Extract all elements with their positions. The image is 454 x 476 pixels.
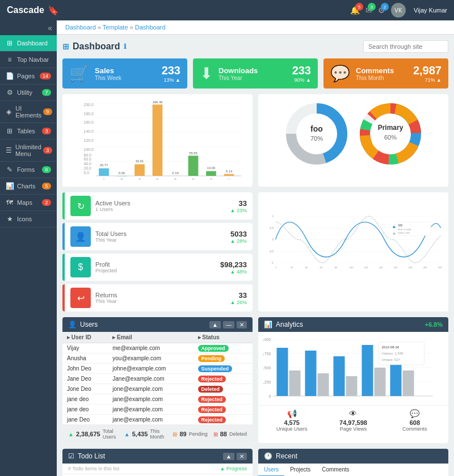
unique-users-lbl: Unique Users [263, 426, 321, 432]
sidebar-badge-unlimited: 3 [43, 147, 52, 154]
page-views-lbl: Page Views [324, 426, 382, 432]
downloads-change: 90% ▲ [292, 77, 311, 83]
svg-text:0: 0 [276, 267, 278, 269]
breadcrumb-current: Dashboard [135, 24, 166, 31]
sidebar-badge-ui: 9 [43, 108, 52, 115]
svg-text:B: B [120, 178, 123, 179]
downloads-title: Downloads [218, 66, 287, 75]
notification-icon[interactable]: 🔔 5 [350, 6, 360, 15]
svg-text:5.14: 5.14 [226, 170, 233, 173]
user-email-cell: Jane@example.com [108, 374, 193, 384]
sidebar-item-ui[interactable]: ◈UI Elements 9 [0, 101, 57, 123]
sidebar-item-maps[interactable]: 🗺Maps 2 [0, 195, 57, 211]
settings-icon[interactable]: ⚙ 2 [378, 6, 385, 15]
svg-text:F: F [192, 178, 194, 179]
analytics-body: 5,000 3,750 2,500 1,250 0 [258, 332, 448, 405]
svg-text:A: A [103, 178, 106, 179]
svg-text:180.0: 180.0 [84, 112, 94, 116]
recent-tab-users[interactable]: Users [258, 464, 284, 476]
sidebar-badge-maps: 2 [42, 199, 51, 206]
sidebar-item-unlimited[interactable]: ☰Unlimited Menu 3 [0, 140, 57, 162]
user-email-cell: johne@example.com [108, 364, 193, 374]
sidebar-item-pages[interactable]: 📄Pages 14 [0, 68, 57, 85]
analytics-change: +6.8% [425, 321, 443, 328]
mail-badge: 3 [368, 3, 376, 11]
returns-icon: ↩ [70, 288, 91, 308]
sidebar-item-topnav[interactable]: ≡Top Navbar [0, 52, 57, 68]
recent-tab-projects[interactable]: Projects [284, 464, 316, 476]
analytics-comments-lbl: Comments [386, 426, 444, 432]
user-id-cell: jane deo [62, 394, 108, 405]
donut-charts-box: foo 70% Primar [258, 94, 448, 187]
comments-info: Comments This Month [356, 66, 407, 81]
recent-title: 🕐 Recent [264, 452, 297, 460]
breadcrumb-dashboard[interactable]: Dashboard [65, 24, 96, 31]
analytics-stat-unique: 📢 4,575 Unique Users [263, 409, 321, 432]
analytics-stat-comments: 💬 608 Comments [386, 409, 444, 432]
svg-text:60%: 60% [384, 134, 396, 141]
sidebar-badge-tables: 3 [42, 128, 51, 134]
table-row: Vijay me@example.com Approved [62, 343, 253, 353]
mail-icon[interactable]: ✉ 3 [365, 6, 372, 15]
svg-text:0: 0 [269, 394, 271, 398]
page-title-row: ⊞ Dashboard ℹ [62, 40, 448, 53]
sidebar-label-charts: Charts [17, 183, 35, 189]
comments-right: 2,987 71% ▲ [413, 64, 442, 83]
main-layout: « ⊞Dashboard ≡Top Navbar 📄Pages 14 ⚙Util… [0, 20, 454, 476]
returns-info: Returns This Year [95, 292, 226, 304]
analytics-stat-pageviews: 👁 74,97,598 Page Views [324, 409, 382, 432]
svg-text:160: 160 [394, 267, 398, 269]
content-area: ⊞ Dashboard ℹ 🛒 Sales This Week [57, 35, 454, 476]
profit-info: Profit Projected [95, 261, 216, 273]
donut-charts: foo 70% Primar [264, 100, 443, 170]
avatar[interactable]: VK [391, 3, 406, 18]
svg-text:Unique: 527: Unique: 527 [382, 358, 401, 361]
stat-card-sales: 🛒 Sales This Week 233 13% ▲ [62, 58, 187, 89]
svg-rect-38 [224, 174, 234, 176]
brand-logo[interactable]: Cascade 🔖 [7, 5, 59, 16]
todo-close-btn[interactable]: ✕ [237, 453, 247, 460]
info-icon[interactable]: ℹ [124, 43, 127, 50]
sidebar-item-icons[interactable]: ★Icons [0, 211, 57, 228]
users-up-btn[interactable]: ▲ [209, 321, 221, 328]
brand-text: Cascade [7, 5, 44, 15]
table-row: Jane Deo Jane@example.com Rejected [62, 374, 253, 384]
svg-text:D: D [156, 178, 159, 179]
downloads-icon: ⬇ [200, 64, 213, 83]
user-status-cell: Deleted [194, 384, 253, 394]
user-id-cell: Anusha [62, 353, 108, 364]
svg-text:Primary: Primary [377, 124, 403, 132]
analytics-panel-header: 📊 Analytics +6.8% [258, 317, 448, 332]
col-status: ▸ Status [194, 332, 253, 343]
svg-rect-96 [346, 376, 358, 396]
sidebar-item-charts[interactable]: 📊Charts 5 [0, 178, 57, 195]
table-row: jane deo jane@example.com Rejected [62, 405, 253, 415]
sidebar-item-tables[interactable]: ⊞Tables 3 [0, 123, 57, 140]
top-navbar: Cascade 🔖 🔔 5 ✉ 3 ⚙ 2 VK Vijay Kumar [0, 0, 454, 20]
sidebar-label-pages: Pages [17, 73, 35, 79]
total-users-info: Total Users This Year [95, 230, 226, 243]
todo-up-btn[interactable]: ▲ [223, 453, 234, 460]
users-minimize-btn[interactable]: — [223, 321, 234, 328]
sidebar-item-utility[interactable]: ⚙Utility 7 [0, 85, 57, 101]
users-stat-total: ▲ 2,38,675 Total Users [68, 428, 119, 440]
sidebar-item-dashboard[interactable]: ⊞Dashboard [0, 35, 57, 52]
downloads-info: Downloads This Year [218, 66, 287, 81]
user-id-cell: jane Deo [62, 415, 108, 425]
users-close-btn[interactable]: ✕ [237, 321, 247, 328]
svg-text:Visitors: 1,548: Visitors: 1,548 [382, 352, 404, 355]
search-input[interactable] [363, 40, 448, 53]
returns-right: 33 ▲ 26% [230, 291, 247, 305]
sidebar-item-forms[interactable]: ✎Forms 6 [0, 162, 57, 178]
bookmark-icon: 🔖 [48, 5, 59, 16]
metric-profit: $ Profit Projected $98,233 ▲ 48% [62, 254, 253, 281]
todo-stats-stack: ☑ Todo List ▲ ✕ # Todo items in this lis… [62, 449, 253, 476]
metrics-left: ↻ Active Users 1 Users 33 ▲ 23% 👤 [62, 192, 253, 311]
svg-text:70%: 70% [310, 135, 322, 142]
svg-text:160.0: 160.0 [84, 120, 94, 124]
recent-tab-comments[interactable]: Comments [316, 464, 355, 476]
breadcrumb-template[interactable]: Template [103, 24, 128, 31]
sidebar-collapse[interactable]: « [0, 20, 57, 35]
svg-rect-97 [362, 345, 373, 396]
sidebar-label-unlimited: Unlimited Menu [15, 144, 43, 157]
